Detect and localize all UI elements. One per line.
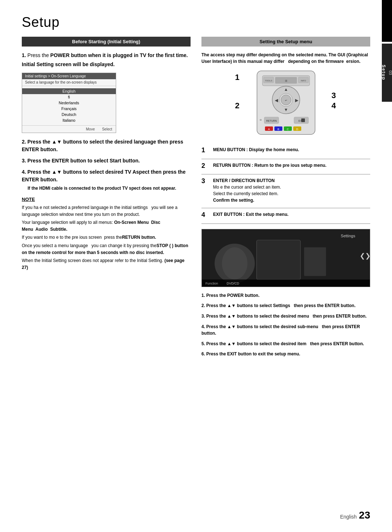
- ss-move: Move: [86, 127, 95, 131]
- tab-label: Setup: [381, 65, 386, 80]
- settings-screenshot: Initial settings > On-Screen Language Se…: [22, 73, 116, 133]
- svg-text:A: A: [268, 128, 270, 131]
- lang-nl: Nederlands: [22, 100, 116, 106]
- svg-text:Settings: Settings: [341, 234, 355, 238]
- page-title: Setup: [22, 15, 370, 30]
- remote-label-4: 4: [331, 101, 336, 110]
- ni-text-2: RETURN BUTTON : Return to the pre ious s…: [213, 162, 326, 169]
- step-2: 2. Press the ▲▼ buttons to select the de…: [22, 138, 191, 153]
- ss-header: Initial settings > On-Screen Language: [22, 73, 116, 79]
- ni-text-3: ENTER / DIRECTION BUTTON Mo e the cursor…: [213, 177, 281, 203]
- step4-num: 4.: [22, 169, 26, 175]
- right-column: Setting the Setup menu The access step m…: [201, 37, 370, 361]
- note-line-1: If you ha e not selected a preferred lan…: [22, 204, 191, 218]
- svg-text:○: ○: [259, 118, 261, 122]
- note-title: NOTE: [22, 197, 191, 202]
- right-step5-num: 5.: [201, 341, 205, 346]
- right-step5-text: Press the ▲▼ buttons to select the desir…: [206, 341, 364, 346]
- step1-num: 1.: [22, 52, 26, 58]
- svg-text:◀: ◀: [274, 98, 278, 103]
- right-step-6: 6. Press the EXIT button to exit the set…: [201, 351, 370, 358]
- ni-text-4: EXIT BUTTON : Exit the setup menu.: [213, 211, 289, 218]
- tab-number: 03: [388, 70, 392, 75]
- divider-3: [201, 208, 370, 208]
- note-line-5: When the Initial Setting screen does not…: [22, 257, 191, 271]
- step-1: 1. Press the POWER button when it is plu…: [22, 52, 191, 68]
- numbered-items: 1 MENU BUTTON : Display the home menu. 2…: [201, 146, 370, 224]
- right-intro: The access step may differ depending on …: [201, 52, 370, 65]
- note-line-3: If you want to mo e to the pre ious scre…: [22, 234, 191, 241]
- right-step-2: 2. Press the ▲▼ buttons to select Settin…: [201, 302, 370, 309]
- step2-text: Press the ▲▼ buttons to select the desir…: [22, 139, 183, 152]
- svg-text:RETURN: RETURN: [266, 120, 277, 122]
- right-step3-text: Press the ▲▼ buttons to select the desir…: [206, 314, 367, 319]
- ss-select: Select: [102, 127, 112, 131]
- lang-fr: Français: [22, 106, 116, 112]
- svg-rect-34: [304, 247, 326, 276]
- svg-rect-29: [301, 118, 305, 122]
- note-section: NOTE If you ha e not selected a preferre…: [22, 197, 191, 271]
- ni-num-3: 3: [201, 177, 209, 185]
- step3-num: 3.: [22, 158, 26, 164]
- right-step1-text: Press the POWER button.: [206, 293, 260, 298]
- left-section-header: Before Starting (Initial Setting): [22, 37, 191, 47]
- svg-text:DVD/CD: DVD/CD: [226, 282, 239, 285]
- ni-text-1: MENU BUTTON : Display the home menu.: [213, 146, 299, 153]
- step1-c: Initial Setting screen will be displayed…: [22, 61, 115, 67]
- ss-footer: Move Select: [22, 125, 116, 133]
- svg-text:▶: ▶: [295, 98, 298, 103]
- ni-num-4: 4: [201, 211, 209, 219]
- step3-text: Press the ENTER button to select Start b…: [28, 158, 140, 164]
- right-step4-num: 4.: [201, 324, 205, 329]
- svg-point-32: [222, 247, 247, 279]
- svg-rect-33: [257, 240, 301, 279]
- right-section-header: Setting the Setup menu: [201, 37, 370, 47]
- svg-text:❯: ❯: [365, 252, 370, 260]
- divider-2: [201, 174, 370, 174]
- step1-b: POWER button when it is plugged in TV fo…: [50, 52, 188, 58]
- step4-text: Press the ▲▼ buttons to select desired T…: [22, 169, 185, 182]
- note-text: If you ha e not selected a preferred lan…: [22, 204, 191, 271]
- note-line-2: Your language selection will apply to al…: [22, 219, 191, 233]
- tv-settings-image: Settings ❮ ❯ Function DVD/CD: [201, 229, 370, 287]
- step1-a: Press the: [28, 52, 49, 58]
- tv-image-svg: Settings ❮ ❯ Function DVD/CD: [202, 229, 370, 287]
- right-step-1: 1. Press the POWER button.: [201, 292, 370, 299]
- step4-note: If the HDMI cable is connected to the pr…: [28, 185, 191, 192]
- remote-label-2: 2: [235, 101, 240, 110]
- note-line-4: Once you select a menu language you can …: [22, 242, 191, 256]
- step2-num: 2.: [22, 139, 26, 145]
- main-content: Before Starting (Initial Setting) 1. Pre…: [22, 37, 370, 361]
- lang-it: Italiano: [22, 117, 116, 123]
- footer-language: English: [340, 514, 357, 520]
- right-step-4: 4. Press the ▲▼ buttons to select the de…: [201, 323, 370, 337]
- svg-text:D: D: [296, 128, 298, 131]
- side-black-decoration: [382, 0, 392, 42]
- right-step6-text: Press the EXIT button to exit the setup …: [206, 351, 300, 356]
- svg-text:↵: ↵: [285, 99, 287, 102]
- svg-text:Function: Function: [205, 282, 218, 285]
- lang-de: Deutsch: [22, 112, 116, 117]
- svg-text:▲: ▲: [284, 87, 288, 92]
- divider-4: [201, 223, 370, 224]
- right-step-5: 5. Press the ▲▼ buttons to select the de…: [201, 340, 370, 347]
- numbered-item-2: 2 RETURN BUTTON : Return to the pre ious…: [201, 162, 370, 170]
- right-step2-num: 2.: [201, 303, 205, 308]
- page-container: 03 Setup Setup Before Starting (Initial …: [0, 0, 392, 532]
- right-step2-text: Press the ▲▼ buttons to select Settings …: [206, 303, 355, 308]
- step-3: 3. Press the ENTER button to select Star…: [22, 157, 191, 165]
- numbered-item-3: 3 ENTER / DIRECTION BUTTON Mo e the curs…: [201, 177, 370, 203]
- ni-num-2: 2: [201, 162, 209, 170]
- right-step1-num: 1.: [201, 293, 205, 298]
- remote-svg: ⊞ TOOLS INFO ▲ ▼ ◀ ▶ ↵: [242, 69, 330, 142]
- svg-text:TOOLS: TOOLS: [265, 80, 272, 82]
- svg-text:❮: ❮: [360, 252, 365, 260]
- numbered-item-4: 4 EXIT BUTTON : Exit the setup menu.: [201, 211, 370, 219]
- steps-right: 1. Press the POWER button. 2. Press the …: [201, 292, 370, 358]
- remote-label-3: 3: [331, 91, 336, 100]
- ss-subtitle: Select a language for the on-screen disp…: [22, 79, 116, 86]
- svg-text:INFO: INFO: [301, 80, 306, 82]
- svg-text:⊞: ⊞: [285, 79, 287, 82]
- page-footer: English 23: [340, 509, 370, 521]
- svg-text:C: C: [287, 128, 289, 131]
